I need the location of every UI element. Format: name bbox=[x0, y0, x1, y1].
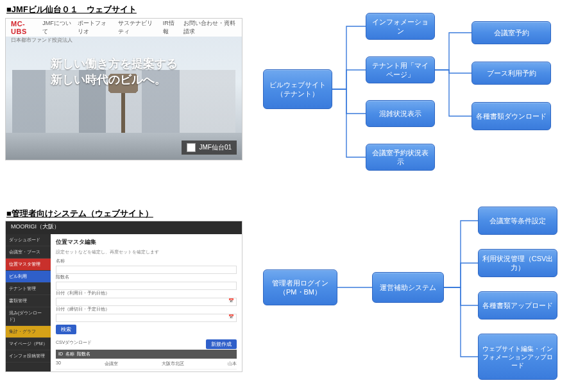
tree2-connectors bbox=[0, 192, 569, 391]
tree1-connectors bbox=[0, 0, 569, 192]
